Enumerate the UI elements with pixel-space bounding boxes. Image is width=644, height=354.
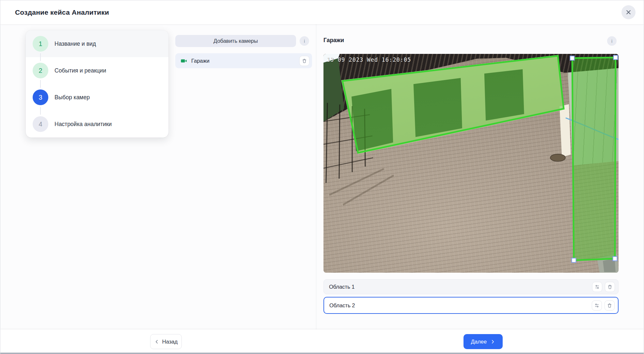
step-label: События и реакции: [55, 67, 106, 74]
step-number-badge: 3: [33, 89, 48, 105]
step-label: Название и вид: [55, 40, 96, 47]
preview-camera-title: Гаражи: [323, 37, 344, 44]
region-2-polygon[interactable]: [572, 57, 616, 260]
chevron-right-icon: [490, 339, 495, 344]
step-camera-selection[interactable]: 3 Выбор камер: [26, 84, 168, 111]
region-list-item-2-selected[interactable]: Область 2: [323, 297, 619, 314]
region-1-polygon[interactable]: [342, 56, 564, 153]
camera-frame-canvas[interactable]: 13 09 2023 Wed 16:20:05: [323, 54, 619, 273]
camera-timestamp: 13 09 2023 Wed 16:20:05: [327, 56, 411, 63]
step-label: Выбор камер: [55, 94, 90, 101]
region-label: Область 1: [329, 284, 355, 290]
video-camera-icon: [181, 57, 187, 64]
region-list-item-1[interactable]: Область 1: [323, 279, 619, 294]
wizard-stepper: 1 Название и вид 2 События и реакции 3 В…: [26, 30, 168, 137]
wizard-footer: Назад Далее: [0, 330, 644, 354]
remove-camera-button[interactable]: [299, 56, 309, 66]
add-cameras-button[interactable]: Добавить камеры: [175, 35, 296, 47]
step-events-and-reactions[interactable]: 2 События и реакции: [26, 57, 168, 84]
step-name-and-type[interactable]: 1 Название и вид: [26, 30, 168, 57]
close-button[interactable]: [621, 5, 636, 19]
back-button-label: Назад: [162, 339, 178, 345]
step-number-badge: 1: [33, 36, 48, 52]
chevron-left-icon: [154, 339, 159, 344]
back-button[interactable]: Назад: [150, 334, 182, 349]
next-button-label: Далее: [471, 339, 487, 345]
region-label: Область 2: [329, 302, 355, 309]
trash-icon: [607, 284, 613, 290]
step-analytics-settings[interactable]: 4 Настройка аналитики: [26, 111, 168, 137]
modal-header: Создание кейса Аналитики: [0, 0, 644, 24]
cameras-info-icon[interactable]: i: [300, 36, 309, 46]
create-analytics-case-modal: Создание кейса Аналитики 1 Название и ви…: [0, 0, 644, 354]
close-icon: [625, 9, 632, 16]
sliders-icon: [594, 284, 600, 290]
camera-list-item[interactable]: Гаражи: [175, 53, 312, 68]
camera-name: Гаражи: [191, 58, 210, 64]
analytics-regions-overlay: [323, 54, 619, 273]
region-delete-button[interactable]: [605, 282, 615, 292]
panel-divider: [316, 24, 316, 330]
trash-icon: [302, 58, 307, 64]
page-title: Создание кейса Аналитики: [15, 8, 109, 16]
region-2-handle[interactable]: [572, 258, 576, 263]
region-2-handle[interactable]: [614, 56, 618, 60]
step-number-badge: 4: [33, 116, 48, 132]
region-2-handle[interactable]: [570, 56, 574, 60]
next-button[interactable]: Далее: [463, 334, 503, 349]
preview-info-icon[interactable]: i: [607, 36, 617, 46]
sliders-icon: [594, 303, 600, 308]
region-settings-button[interactable]: [592, 282, 602, 292]
region-settings-button[interactable]: [592, 300, 602, 311]
region-2-handle[interactable]: [613, 257, 617, 261]
region-delete-button[interactable]: [605, 300, 615, 311]
step-label: Настройка аналитики: [55, 121, 112, 128]
trash-icon: [607, 303, 612, 308]
step-number-badge: 2: [33, 63, 48, 78]
